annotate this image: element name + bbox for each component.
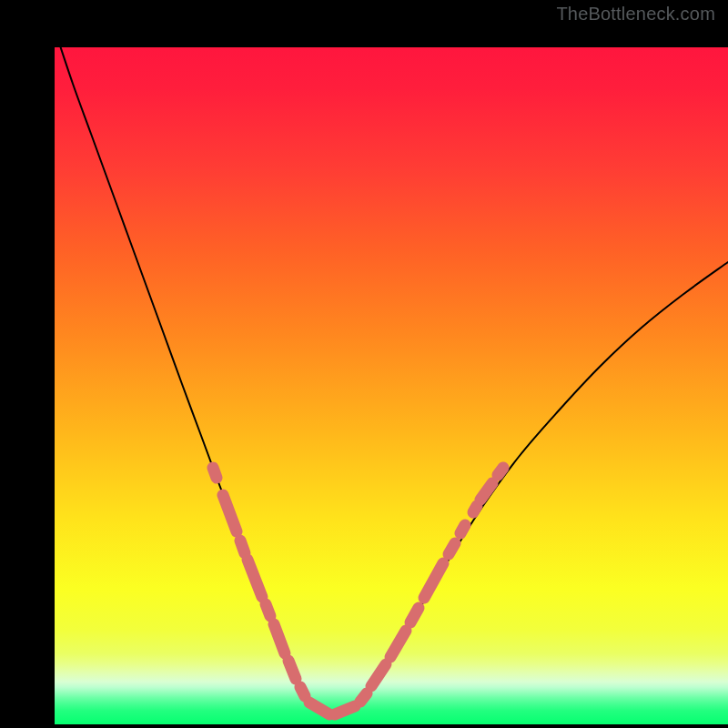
highlight-segment xyxy=(274,624,285,653)
watermark-text: TheBottleneck.com xyxy=(556,4,715,25)
highlight-segment xyxy=(309,703,329,714)
plot-area xyxy=(55,47,728,724)
highlight-markers xyxy=(213,468,503,714)
plot-frame xyxy=(0,0,728,728)
highlight-segment xyxy=(240,541,245,553)
highlight-segment xyxy=(288,661,296,679)
highlight-segment xyxy=(335,706,355,714)
highlight-segment xyxy=(473,506,477,512)
highlight-segment xyxy=(449,543,455,554)
highlight-segment xyxy=(223,495,237,531)
highlight-segment xyxy=(300,687,305,696)
bottleneck-curve xyxy=(55,29,728,716)
highlight-segment xyxy=(424,563,443,598)
curve-layer xyxy=(55,47,728,724)
highlight-segment xyxy=(498,468,503,475)
highlight-segment xyxy=(371,664,386,686)
highlight-segment xyxy=(410,608,419,622)
highlight-segment xyxy=(248,560,262,597)
highlight-segment xyxy=(360,693,367,702)
highlight-segment xyxy=(460,525,465,533)
highlight-segment xyxy=(266,604,270,616)
highlight-segment xyxy=(480,483,492,500)
highlight-segment xyxy=(213,468,217,478)
highlight-segment xyxy=(390,631,406,657)
